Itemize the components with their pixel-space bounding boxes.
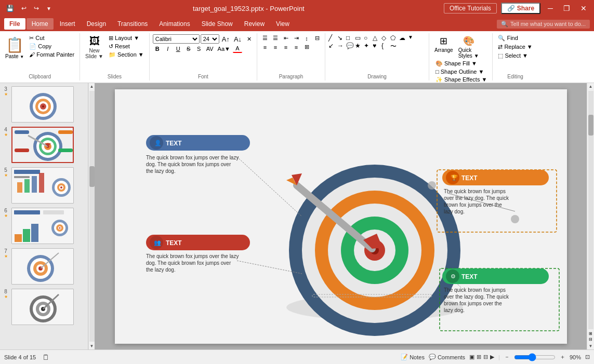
shape-right-arrow[interactable]: →	[337, 42, 346, 51]
zoom-in-button[interactable]: ＋	[560, 353, 565, 361]
shape-more[interactable]: ▼	[408, 34, 416, 42]
replace-button[interactable]: ⇄ Replace ▼	[496, 43, 534, 51]
slide-thumb-4[interactable]: 4 ★	[1, 126, 87, 164]
shape-fill-button[interactable]: 🎨 Shape Fill ▼	[433, 60, 489, 68]
shape-triangle[interactable]: △	[373, 34, 381, 42]
shape-cloud[interactable]: ☁	[399, 34, 407, 42]
new-slide-button[interactable]: 🖼 NewSlide ▼	[83, 34, 105, 60]
fit-slide-button[interactable]: ⊡	[585, 354, 590, 360]
numbering-button[interactable]: ☰	[271, 34, 280, 42]
menu-review[interactable]: Review	[239, 18, 270, 30]
decrease-font-button[interactable]: A↓	[232, 35, 243, 44]
scroll-expand-button[interactable]: ⊞	[589, 331, 592, 336]
menu-view[interactable]: View	[271, 18, 295, 30]
font-spacing-button[interactable]: AV	[205, 45, 215, 52]
view-normal-button[interactable]: ▣	[469, 354, 474, 360]
slide-image-6[interactable]	[11, 208, 74, 244]
shape-callout[interactable]: 💬	[346, 42, 354, 51]
slide-thumb-3[interactable]: 3 ★	[1, 85, 87, 124]
shape-wave[interactable]: 〜	[390, 42, 399, 51]
restore-button[interactable]: ❐	[560, 3, 573, 14]
italic-button[interactable]: I	[163, 45, 173, 52]
save-icon[interactable]: 💾	[4, 4, 16, 13]
slide-image-4[interactable]	[11, 127, 74, 163]
clear-formatting-button[interactable]: ✕	[244, 35, 254, 43]
shadow-button[interactable]: S	[194, 45, 204, 52]
font-color-button[interactable]: A	[233, 45, 242, 53]
customize-icon[interactable]: ▼	[44, 5, 54, 12]
underline-button[interactable]: U	[174, 45, 183, 52]
paste-button[interactable]: 📋 Paste ▼	[3, 34, 26, 61]
find-button[interactable]: 🔍 Find	[496, 34, 520, 42]
close-button[interactable]: ✕	[577, 3, 590, 14]
shape-pentagon[interactable]: ⬠	[390, 34, 399, 42]
align-right-button[interactable]: ≡	[281, 44, 291, 51]
layout-button[interactable]: ⊞ Layout ▼	[107, 34, 146, 42]
menu-transitions[interactable]: Transitions	[112, 18, 153, 30]
align-left-button[interactable]: ≡	[260, 44, 270, 51]
scroll-down-button[interactable]: ▼	[89, 343, 95, 349]
justify-button[interactable]: ≡	[292, 44, 301, 51]
copy-button[interactable]: 📄 Copy	[27, 43, 76, 50]
slide-panel-scrollbar[interactable]: ▲ ▼	[88, 83, 95, 349]
slide-image-8[interactable]	[11, 289, 74, 325]
redo-icon[interactable]: ↪	[32, 4, 41, 13]
smart-art-button[interactable]: ⊞	[302, 43, 311, 51]
slide-thumb-6[interactable]: 6 ★	[1, 207, 87, 245]
scroll-contract-button[interactable]: ⊟	[589, 337, 592, 342]
cut-button[interactable]: ✂ Cut	[27, 34, 76, 42]
shape-rect[interactable]: □	[346, 34, 354, 42]
view-reading-button[interactable]: ⊟	[483, 354, 488, 360]
format-painter-button[interactable]: 🖌 Format Painter	[27, 51, 76, 58]
shape-outline-button[interactable]: □ Shape Outline ▼	[433, 68, 489, 75]
shape-arrow[interactable]: ↘	[337, 34, 346, 42]
menu-slideshow[interactable]: Slide Show	[196, 18, 238, 30]
menu-home[interactable]: Home	[27, 18, 54, 30]
main-scroll-track[interactable]	[588, 91, 593, 329]
slide-info-icon[interactable]: 🗒	[42, 353, 49, 361]
slide-thumb-5[interactable]: 5 ★	[1, 166, 87, 205]
slide-image-5[interactable]	[11, 167, 74, 204]
align-center-button[interactable]: ≡	[271, 44, 280, 51]
bold-button[interactable]: B	[153, 45, 162, 52]
change-case-button[interactable]: Aa▼	[216, 45, 232, 52]
view-slide-sorter-button[interactable]: ⊞	[477, 354, 481, 360]
menu-animations[interactable]: Animations	[154, 18, 195, 30]
share-button[interactable]: 🔗 Share	[501, 3, 540, 14]
columns-button[interactable]: ⊟	[312, 34, 322, 42]
indent-less-button[interactable]: ⇤	[281, 34, 291, 42]
indent-more-button[interactable]: ⇥	[292, 34, 301, 42]
minimize-button[interactable]: ─	[545, 3, 556, 14]
shape-star5[interactable]: ★	[355, 42, 363, 51]
zoom-slider[interactable]	[514, 353, 556, 361]
main-scroll-up-button[interactable]: ▲	[588, 83, 594, 90]
main-area-scrollbar[interactable]: ▲ ⊞ ⊟ ▼	[587, 83, 594, 349]
search-box[interactable]: 🔍 Tell me what you want to do...	[497, 20, 590, 29]
comments-button[interactable]: 💬 Comments	[429, 354, 465, 360]
view-slideshow-button[interactable]: ▶	[490, 354, 494, 360]
menu-insert[interactable]: Insert	[55, 18, 81, 30]
shape-diamond[interactable]: ◇	[381, 34, 390, 42]
shape-heart[interactable]: ♥	[373, 42, 381, 51]
quick-styles-button[interactable]: 🎨 QuickStyles ▼	[456, 34, 481, 60]
shape-round-rect[interactable]: ▭	[355, 34, 363, 42]
slide-thumb-8[interactable]: 8 ★	[1, 288, 87, 326]
strikethrough-button[interactable]: S	[184, 45, 193, 52]
undo-icon[interactable]: ↩	[19, 4, 29, 13]
font-name-select[interactable]: Calibri	[153, 34, 200, 44]
slide-image-3[interactable]	[11, 86, 74, 123]
slide-thumb-7[interactable]: 7 ★	[1, 247, 87, 286]
shape-ellipse[interactable]: ○	[364, 34, 372, 42]
line-spacing-button[interactable]: ↕	[302, 35, 311, 42]
select-button[interactable]: ⬚ Select ▼	[496, 52, 530, 60]
font-size-select[interactable]: 24	[201, 34, 219, 44]
shape-line[interactable]: ╱	[328, 34, 337, 42]
shape-effects-button[interactable]: ✨ Shape Effects ▼	[433, 76, 489, 84]
slide-image-7[interactable]	[11, 248, 74, 285]
reset-button[interactable]: ↺ Reset	[107, 43, 146, 50]
main-scroll-thumb[interactable]	[588, 115, 593, 136]
scroll-track[interactable]	[89, 91, 95, 342]
shape-bracket[interactable]: {	[381, 42, 390, 51]
bullets-button[interactable]: ☰	[260, 34, 270, 42]
scroll-thumb[interactable]	[89, 166, 95, 187]
